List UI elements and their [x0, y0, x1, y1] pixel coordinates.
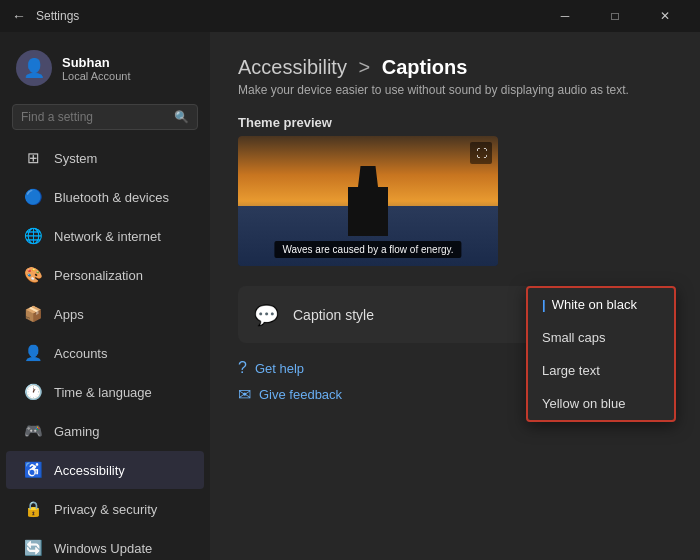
preview-image: Waves are caused by a flow of energy. — [238, 136, 498, 266]
give-feedback-icon: ✉ — [238, 385, 251, 404]
sidebar-item-personalization[interactable]: 🎨 Personalization — [6, 256, 204, 294]
user-info: Subhan Local Account — [62, 55, 131, 82]
sidebar-item-gaming[interactable]: 🎮 Gaming — [6, 412, 204, 450]
minimize-button[interactable]: ─ — [542, 0, 588, 32]
sidebar-item-label: Accounts — [54, 346, 107, 361]
sidebar-item-label: Network & internet — [54, 229, 161, 244]
close-button[interactable]: ✕ — [642, 0, 688, 32]
content-area: Accessibility > Captions Make your devic… — [210, 32, 700, 560]
privacy-icon: 🔒 — [22, 498, 44, 520]
dropdown-item-yellow-on-blue[interactable]: Yellow on blue — [528, 387, 674, 420]
dropdown-item-large-text[interactable]: Large text — [528, 354, 674, 387]
search-box[interactable]: 🔍 — [12, 104, 198, 130]
sidebar-item-label: System — [54, 151, 97, 166]
main-layout: 👤 Subhan Local Account 🔍 ⊞ System 🔵 Blue… — [0, 32, 700, 560]
search-icon: 🔍 — [174, 110, 189, 124]
sidebar-item-label: Bluetooth & devices — [54, 190, 169, 205]
bluetooth-icon: 🔵 — [22, 186, 44, 208]
search-input[interactable] — [21, 110, 174, 124]
preview-silhouette — [343, 166, 393, 236]
breadcrumb-parent: Accessibility — [238, 56, 347, 78]
sidebar-item-label: Apps — [54, 307, 84, 322]
caption-style-row: 💬 Caption style Edit White on blackSmall… — [238, 286, 672, 343]
username: Subhan — [62, 55, 131, 70]
sidebar-item-label: Personalization — [54, 268, 143, 283]
sidebar-item-label: Privacy & security — [54, 502, 157, 517]
avatar-icon: 👤 — [23, 57, 45, 79]
sidebar-item-bluetooth[interactable]: 🔵 Bluetooth & devices — [6, 178, 204, 216]
sidebar-item-label: Windows Update — [54, 541, 152, 556]
breadcrumb: Accessibility > Captions — [238, 56, 672, 79]
time-icon: 🕐 — [22, 381, 44, 403]
give-feedback-label: Give feedback — [259, 387, 342, 402]
account-type: Local Account — [62, 70, 131, 82]
sidebar: 👤 Subhan Local Account 🔍 ⊞ System 🔵 Blue… — [0, 32, 210, 560]
theme-preview: Waves are caused by a flow of energy. ⛶ — [238, 136, 498, 266]
sidebar-item-label: Time & language — [54, 385, 152, 400]
get-help-icon: ? — [238, 359, 247, 377]
titlebar-title: Settings — [36, 9, 79, 23]
sidebar-item-label: Gaming — [54, 424, 100, 439]
sidebar-item-label: Accessibility — [54, 463, 125, 478]
dropdown-item-small-caps[interactable]: Small caps — [528, 321, 674, 354]
breadcrumb-separator: > — [358, 56, 370, 78]
sidebar-item-network[interactable]: 🌐 Network & internet — [6, 217, 204, 255]
theme-preview-label: Theme preview — [238, 115, 672, 130]
page-description: Make your device easier to use without s… — [238, 83, 672, 97]
user-profile: 👤 Subhan Local Account — [0, 40, 210, 96]
get-help-label: Get help — [255, 361, 304, 376]
windows-update-icon: 🔄 — [22, 537, 44, 559]
sidebar-item-apps[interactable]: 📦 Apps — [6, 295, 204, 333]
sidebar-item-accessibility[interactable]: ♿ Accessibility — [6, 451, 204, 489]
window-controls: ─ □ ✕ — [542, 0, 688, 32]
gaming-icon: 🎮 — [22, 420, 44, 442]
breadcrumb-child: Captions — [382, 56, 468, 78]
caption-style-icon: 💬 — [254, 303, 279, 327]
expand-button[interactable]: ⛶ — [470, 142, 492, 164]
accounts-icon: 👤 — [22, 342, 44, 364]
dropdown-item-white-on-black[interactable]: White on black — [528, 288, 674, 321]
sidebar-item-windows-update[interactable]: 🔄 Windows Update — [6, 529, 204, 560]
preview-caption: Waves are caused by a flow of energy. — [274, 241, 461, 258]
sidebar-item-accounts[interactable]: 👤 Accounts — [6, 334, 204, 372]
sidebar-item-privacy[interactable]: 🔒 Privacy & security — [6, 490, 204, 528]
sidebar-item-time[interactable]: 🕐 Time & language — [6, 373, 204, 411]
maximize-button[interactable]: □ — [592, 0, 638, 32]
system-icon: ⊞ — [22, 147, 44, 169]
sidebar-item-system[interactable]: ⊞ System — [6, 139, 204, 177]
accessibility-icon: ♿ — [22, 459, 44, 481]
caption-style-dropdown: White on blackSmall capsLarge textYellow… — [526, 286, 676, 422]
network-icon: 🌐 — [22, 225, 44, 247]
apps-icon: 📦 — [22, 303, 44, 325]
titlebar: ← Settings ─ □ ✕ — [0, 0, 700, 32]
back-button[interactable]: ← — [12, 8, 26, 24]
nav-menu: ⊞ System 🔵 Bluetooth & devices 🌐 Network… — [0, 138, 210, 560]
avatar: 👤 — [16, 50, 52, 86]
personalization-icon: 🎨 — [22, 264, 44, 286]
